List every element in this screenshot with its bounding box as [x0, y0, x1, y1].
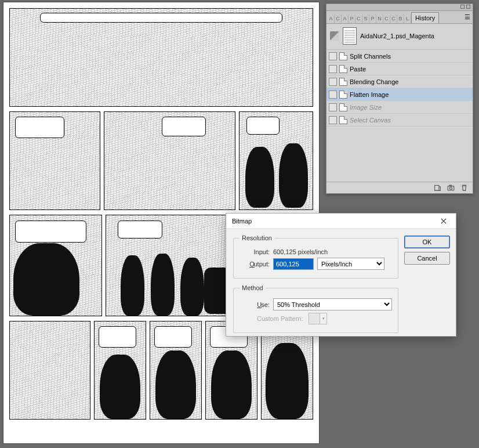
history-step-icon — [339, 65, 347, 73]
history-state-label: Image Size — [350, 104, 382, 111]
history-source-well[interactable] — [329, 116, 337, 124]
panel-tab-collapsed[interactable]: N — [376, 15, 383, 23]
panel-window-controls — [326, 4, 473, 11]
panel-tab-collapsed[interactable]: A — [342, 15, 349, 23]
use-method-select[interactable]: 50% Threshold — [273, 298, 392, 310]
history-state-label: Blending Change — [350, 78, 398, 85]
custom-pattern-label: Custom Pattern: — [257, 315, 303, 322]
history-state[interactable]: Blending Change — [326, 75, 473, 88]
collapse-icon[interactable] — [460, 5, 465, 9]
dialog-title: Bitmap — [232, 218, 252, 225]
method-group: Method Use: 50% Threshold Custom Pattern… — [233, 284, 398, 333]
history-source-well[interactable] — [329, 52, 337, 60]
history-step-icon — [339, 91, 347, 99]
input-resolution-value: 600,125 pixels/inch — [273, 248, 328, 255]
history-panel: ACAPCSPNCCBLHistory☰ AidaNur2_1.psd_Mage… — [326, 3, 473, 194]
panel-tab-collapsed[interactable]: P — [349, 15, 355, 23]
history-state-label: Select Canvas — [350, 117, 391, 124]
resolution-group: Resolution Input: 600,125 pixels/inch Ou… — [233, 234, 398, 279]
history-source-row[interactable]: AidaNur2_1.psd_Magenta — [326, 24, 473, 50]
history-state-list: Split ChannelsPasteBlending ChangeFlatte… — [326, 50, 473, 127]
svg-point-2 — [449, 187, 452, 189]
history-state-label: Paste — [350, 66, 366, 73]
history-source-well[interactable] — [329, 65, 337, 73]
history-state[interactable]: Select Canvas — [326, 114, 473, 127]
custom-pattern-dropdown: ▾ — [320, 313, 327, 324]
dialog-titlebar[interactable]: Bitmap — [226, 214, 456, 229]
panel-menu-icon[interactable]: ☰ — [463, 12, 471, 22]
custom-pattern-swatch — [309, 313, 320, 324]
panel-tab-collapsed[interactable]: C — [355, 15, 362, 23]
output-resolution-input[interactable] — [273, 258, 314, 270]
svg-rect-3 — [449, 185, 451, 186]
output-resolution-label: Output: — [239, 261, 270, 268]
panel-tab-collapsed[interactable]: P — [369, 15, 376, 23]
history-state-label: Flatten Image — [350, 91, 389, 98]
document-thumbnail — [343, 27, 357, 45]
close-panel-icon[interactable] — [466, 5, 470, 9]
resolution-unit-select[interactable]: Pixels/Inch — [317, 258, 384, 270]
bitmap-dialog: Bitmap Resolution Input: 600,125 pixels/… — [226, 213, 456, 337]
comic-panel — [9, 8, 313, 107]
history-brush-icon — [330, 31, 339, 41]
panel-tab-collapsed[interactable]: L — [404, 15, 411, 23]
resolution-legend: Resolution — [239, 234, 274, 241]
panel-tab-collapsed[interactable]: C — [335, 15, 342, 23]
history-state[interactable]: Flatten Image — [326, 88, 473, 101]
document-filename: AidaNur2_1.psd_Magenta — [360, 32, 434, 39]
history-source-well[interactable] — [329, 78, 337, 86]
history-step-icon — [339, 78, 347, 86]
cancel-button[interactable]: Cancel — [404, 252, 450, 265]
panel-tab-collapsed[interactable]: S — [362, 15, 369, 23]
new-document-from-state-icon[interactable] — [434, 184, 441, 192]
panel-tab-collapsed[interactable]: B — [397, 15, 404, 23]
snapshot-icon[interactable] — [447, 184, 455, 192]
svg-rect-0 — [435, 185, 439, 190]
use-method-label: Use: — [239, 301, 270, 308]
ok-button[interactable]: OK — [404, 236, 450, 248]
input-resolution-label: Input: — [239, 248, 270, 255]
history-panel-footer — [326, 182, 473, 193]
history-source-well[interactable] — [329, 91, 337, 99]
panel-tab-collapsed[interactable]: A — [328, 15, 335, 23]
panel-tab-collapsed[interactable]: C — [383, 15, 390, 23]
history-source-well[interactable] — [329, 103, 337, 111]
tab-history[interactable]: History — [411, 12, 439, 23]
history-step-icon — [339, 103, 347, 111]
close-icon — [441, 218, 447, 224]
method-legend: Method — [239, 284, 266, 291]
history-step-icon — [339, 116, 347, 124]
history-state[interactable]: Split Channels — [326, 50, 473, 63]
history-state-label: Split Channels — [350, 53, 391, 60]
panel-tab-strip: ACAPCSPNCCBLHistory☰ — [326, 11, 473, 24]
history-state[interactable]: Image Size — [326, 101, 473, 114]
history-state[interactable]: Paste — [326, 63, 473, 75]
panel-tab-collapsed[interactable]: C — [390, 15, 397, 23]
trash-icon[interactable] — [460, 184, 468, 192]
dialog-close-button[interactable] — [434, 215, 453, 227]
history-step-icon — [339, 52, 347, 60]
